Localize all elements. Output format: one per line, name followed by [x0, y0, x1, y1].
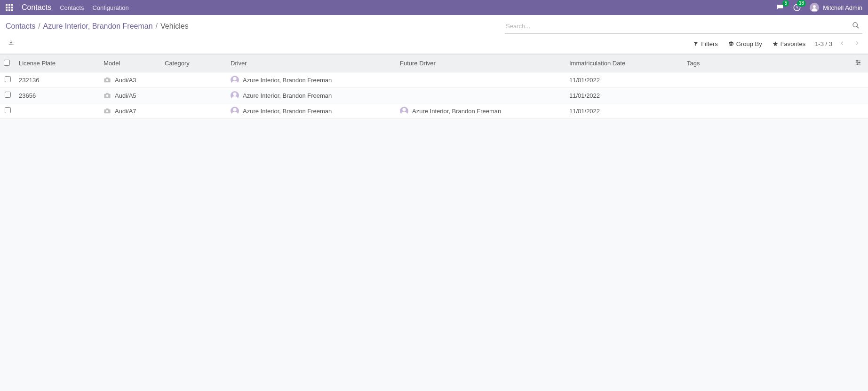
table-row[interactable]: 232136Audi/A3Azure Interior, Brandon Fre…	[0, 72, 868, 88]
user-menu[interactable]: Mitchell Admin	[810, 3, 862, 12]
breadcrumb-partner[interactable]: Azure Interior, Brandon Freeman	[43, 22, 153, 31]
table-row[interactable]: 23656Audi/A5Azure Interior, Brandon Free…	[0, 88, 868, 103]
cell-immat-date: 11/01/2022	[569, 77, 600, 84]
pager-next[interactable]	[852, 39, 862, 49]
col-model[interactable]: Model	[100, 55, 161, 72]
user-name-label: Mitchell Admin	[823, 4, 862, 11]
funnel-icon	[693, 41, 699, 47]
col-future-driver[interactable]: Future Driver	[396, 55, 565, 72]
download-icon	[8, 39, 15, 47]
star-icon	[772, 41, 778, 47]
filters-label: Filters	[701, 40, 717, 47]
favorites-label: Favorites	[780, 40, 805, 47]
layers-icon	[728, 41, 734, 47]
svg-rect-4	[8, 7, 10, 8]
breadcrumb-current: Vehicles	[160, 22, 189, 31]
svg-rect-0	[6, 4, 8, 6]
search-box	[505, 19, 862, 34]
col-immat-date[interactable]: Immatriculation Date	[565, 55, 683, 72]
svg-rect-5	[11, 7, 13, 8]
cell-immat-date: 11/01/2022	[569, 108, 600, 115]
svg-point-10	[813, 5, 816, 8]
breadcrumb: Contacts / Azure Interior, Brandon Freem…	[6, 22, 189, 31]
pager-text[interactable]: 1-3 / 3	[815, 40, 832, 47]
apps-icon[interactable]	[6, 4, 13, 11]
row-checkbox[interactable]	[5, 76, 11, 82]
col-tags[interactable]: Tags	[683, 55, 851, 72]
col-category[interactable]: Category	[161, 55, 227, 72]
nav-link-configuration[interactable]: Configuration	[92, 4, 128, 11]
activities-button[interactable]: 18	[793, 3, 801, 12]
export-button[interactable]	[6, 38, 16, 50]
svg-line-12	[857, 26, 859, 28]
svg-point-16	[859, 62, 860, 63]
pager: 1-3 / 3	[815, 39, 862, 49]
search-button[interactable]	[850, 20, 861, 32]
cell-license-plate: 23656	[19, 92, 36, 99]
cell-license-plate: 232136	[19, 77, 39, 84]
activity-badge: 18	[797, 0, 806, 7]
cell-immat-date: 11/01/2022	[569, 92, 600, 99]
cell-driver: Azure Interior, Brandon Freeman	[243, 92, 332, 99]
svg-point-18	[857, 63, 858, 64]
breadcrumb-contacts[interactable]: Contacts	[6, 22, 35, 31]
svg-rect-7	[8, 9, 10, 11]
search-icon	[852, 22, 860, 29]
cell-future-driver: Azure Interior, Brandon Freeman	[412, 108, 501, 115]
svg-rect-2	[11, 4, 13, 6]
avatar-icon	[231, 107, 239, 115]
app-brand[interactable]: Contacts	[22, 3, 51, 12]
top-navbar: Contacts Contacts Configuration 5 18 Mit…	[0, 0, 868, 15]
filters-button[interactable]: Filters	[693, 40, 717, 47]
table-row[interactable]: Audi/A7Azure Interior, Brandon FreemanAz…	[0, 103, 868, 119]
svg-point-19	[106, 79, 109, 81]
camera-icon	[104, 92, 111, 99]
svg-point-11	[853, 23, 857, 27]
navbar-right: 5 18 Mitchell Admin	[776, 3, 862, 12]
chevron-left-icon	[839, 40, 845, 47]
svg-rect-6	[6, 9, 8, 11]
pager-prev[interactable]	[837, 39, 847, 49]
cell-driver: Azure Interior, Brandon Freeman	[243, 108, 332, 115]
favorites-button[interactable]: Favorites	[772, 40, 805, 47]
svg-rect-1	[8, 4, 10, 6]
svg-rect-8	[11, 9, 13, 11]
camera-icon	[104, 107, 111, 115]
col-driver[interactable]: Driver	[227, 55, 396, 72]
camera-icon	[104, 76, 111, 84]
cell-model: Audi/A5	[115, 92, 136, 99]
optional-columns-button[interactable]	[855, 60, 861, 67]
cell-model: Audi/A3	[115, 77, 136, 84]
avatar-icon	[400, 107, 408, 115]
svg-rect-3	[6, 7, 8, 8]
row-checkbox[interactable]	[5, 92, 11, 98]
avatar-icon	[231, 76, 239, 84]
chevron-right-icon	[854, 40, 860, 47]
vehicles-table: License Plate Model Category Driver Futu…	[0, 54, 868, 119]
nav-link-contacts[interactable]: Contacts	[60, 4, 84, 11]
navbar-left: Contacts Contacts Configuration	[6, 3, 129, 12]
sliders-icon	[855, 59, 861, 66]
messaging-button[interactable]: 5	[776, 3, 784, 12]
breadcrumb-sep: /	[38, 22, 40, 31]
groupby-button[interactable]: Group By	[728, 40, 762, 47]
groupby-label: Group By	[736, 40, 762, 47]
user-avatar-icon	[810, 3, 819, 12]
breadcrumb-sep: /	[156, 22, 158, 31]
svg-point-20	[106, 94, 109, 97]
svg-point-21	[106, 110, 109, 112]
cell-driver: Azure Interior, Brandon Freeman	[243, 77, 332, 84]
svg-point-14	[857, 60, 858, 61]
select-all-checkbox[interactable]	[4, 60, 10, 66]
col-license-plate[interactable]: License Plate	[15, 55, 100, 72]
avatar-icon	[231, 91, 239, 100]
control-panel: Contacts / Azure Interior, Brandon Freem…	[0, 15, 868, 54]
cell-model: Audi/A7	[115, 108, 136, 115]
row-checkbox[interactable]	[5, 107, 11, 113]
search-input[interactable]	[506, 21, 850, 31]
chat-badge: 5	[782, 0, 789, 7]
